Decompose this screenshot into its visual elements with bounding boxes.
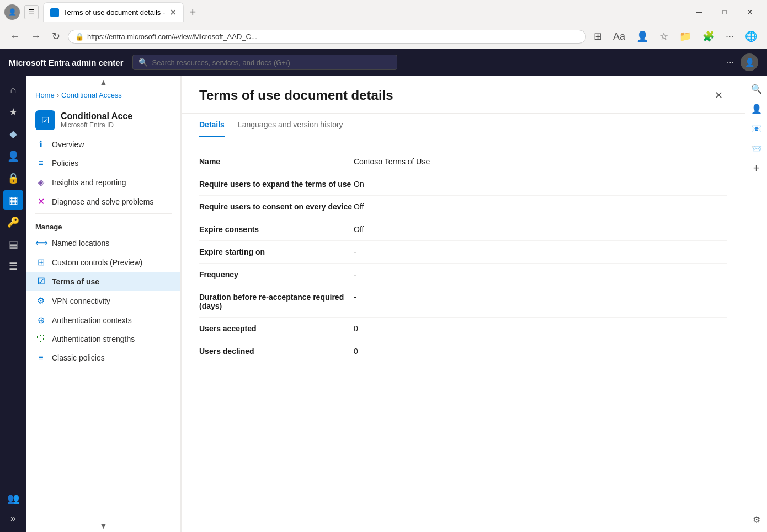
browser-toolbar: ← → ↻ 🔒 ⊞ Aa 👤 ☆ 📁 🧩 ··· 🌐 bbox=[0, 24, 767, 49]
sidebar-item-auth-strengths[interactable]: 🛡 Authentication strengths bbox=[26, 330, 180, 348]
right-person-icon[interactable]: 👤 bbox=[748, 100, 765, 117]
nav-more-icon[interactable]: ··· bbox=[727, 57, 734, 67]
sidebar-label-named-locations: Named locations bbox=[52, 239, 109, 248]
detail-content: Name Contoso Terms of Use Require users … bbox=[182, 137, 745, 532]
scroll-down-button[interactable]: ▼ bbox=[26, 519, 180, 532]
breadcrumb-home[interactable]: Home bbox=[35, 91, 55, 99]
tab-close-button[interactable]: ✕ bbox=[169, 8, 177, 17]
tab-details[interactable]: Details bbox=[199, 114, 225, 137]
top-nav-right: ··· 👤 bbox=[727, 53, 758, 71]
browser-edge-icon[interactable]: 🌐 bbox=[742, 28, 760, 45]
sidebar-item-classic-policies[interactable]: ≡ Classic policies bbox=[26, 348, 180, 367]
minimize-button[interactable]: — bbox=[686, 3, 712, 21]
label-consent: Require users to consent on every device bbox=[199, 202, 354, 211]
tab-title: Terms of use document details - bbox=[63, 8, 165, 17]
search-icon: 🔍 bbox=[139, 58, 148, 67]
back-button[interactable]: ← bbox=[7, 29, 23, 45]
label-expire-starting: Expire starting on bbox=[199, 248, 354, 256]
label-expand: Require users to expand the terms of use bbox=[199, 180, 354, 189]
scroll-up-button[interactable]: ▲ bbox=[26, 76, 180, 89]
sidebar-label-insights: Insights and reporting bbox=[52, 178, 126, 187]
sidebar-item-custom-controls[interactable]: ⊞ Custom controls (Preview) bbox=[26, 252, 180, 272]
sidebar-label-policies: Policies bbox=[52, 159, 78, 168]
tab-languages[interactable]: Languages and version history bbox=[238, 114, 343, 137]
search-input[interactable] bbox=[152, 58, 391, 67]
sidebar-item-auth-contexts[interactable]: ⊕ Authentication contexts bbox=[26, 310, 180, 330]
policies-icon: ≡ bbox=[35, 158, 46, 168]
browser-tab[interactable]: Terms of use document details - ✕ bbox=[43, 2, 184, 22]
sidebar-label-terms: Terms of use bbox=[52, 277, 99, 286]
sidebar-icon-users2[interactable]: 👥 bbox=[3, 488, 23, 508]
insights-icon: ◈ bbox=[35, 177, 46, 187]
label-users-accepted: Users accepted bbox=[199, 324, 354, 333]
named-locations-icon: ⟺ bbox=[35, 238, 46, 248]
right-panel-bottom: ⚙ bbox=[748, 510, 765, 528]
right-search-icon[interactable]: 🔍 bbox=[748, 80, 765, 98]
sidebar-icon-home[interactable]: ⌂ bbox=[3, 80, 23, 100]
sidebar-label-classic-policies: Classic policies bbox=[52, 353, 105, 362]
detail-panel: Terms of use document details ✕ Details … bbox=[181, 76, 745, 532]
sidebar-item-diagnose[interactable]: ✕ Diagnose and solve problems bbox=[26, 192, 180, 211]
tab-favicon bbox=[50, 8, 59, 17]
sidebar-icon-expand[interactable]: » bbox=[3, 508, 23, 528]
user-avatar[interactable]: 👤 bbox=[741, 53, 758, 71]
label-expire-consents: Expire consents bbox=[199, 225, 354, 234]
sidebar-item-overview[interactable]: ℹ Overview bbox=[26, 135, 180, 154]
right-settings-icon[interactable]: ⚙ bbox=[748, 510, 765, 528]
sidebar-header: ☑ Conditional Acce Microsoft Entra ID bbox=[26, 104, 180, 135]
sidebar-icon-key[interactable]: 🔑 bbox=[3, 212, 23, 232]
detail-close-button[interactable]: ✕ bbox=[710, 87, 727, 104]
browser-reader-btn[interactable]: Aa bbox=[610, 29, 628, 45]
detail-title: Terms of use document details bbox=[199, 88, 393, 103]
app-container: Microsoft Entra admin center 🔍 ··· 👤 ⌂ ★… bbox=[0, 49, 767, 532]
right-add-icon[interactable]: + bbox=[748, 159, 765, 177]
browser-collections-btn[interactable]: 📁 bbox=[676, 28, 695, 45]
sidebar-app-info: Conditional Acce Microsoft Entra ID bbox=[61, 111, 132, 129]
sidebar-divider bbox=[35, 213, 172, 214]
new-tab-button[interactable]: + bbox=[184, 3, 201, 21]
sidebar-item-named-locations[interactable]: ⟺ Named locations bbox=[26, 233, 180, 252]
sidebar-icon-list[interactable]: ☰ bbox=[3, 256, 23, 276]
main-layout: ⌂ ★ ◆ 👤 🔒 ▦ 🔑 ▤ ☰ 👥 » ▲ Home › Condition… bbox=[0, 76, 767, 532]
sidebar-item-insights[interactable]: ◈ Insights and reporting bbox=[26, 173, 180, 192]
sidebar-item-policies[interactable]: ≡ Policies bbox=[26, 154, 180, 173]
breadcrumb-conditional-access[interactable]: Conditional Access bbox=[61, 91, 122, 99]
sidebar-item-vpn[interactable]: ⚙ VPN connectivity bbox=[26, 291, 180, 310]
sidebar-icon-users[interactable]: 👤 bbox=[3, 146, 23, 166]
detail-header: Terms of use document details ✕ bbox=[182, 76, 745, 114]
value-duration: - bbox=[354, 293, 727, 302]
app-title: Microsoft Entra admin center bbox=[9, 58, 124, 67]
sidebar-section-manage: Manage bbox=[26, 216, 180, 233]
sidebar-item-terms-of-use[interactable]: ☑ Terms of use bbox=[26, 272, 180, 291]
close-button[interactable]: ✕ bbox=[737, 3, 763, 21]
right-panel: 🔍 👤 📧 📨 + ⚙ bbox=[745, 76, 767, 532]
sidebar-icon-diamond[interactable]: ◆ bbox=[3, 124, 23, 144]
value-expand: On bbox=[354, 180, 727, 189]
detail-row-expire-consents: Expire consents Off bbox=[199, 218, 727, 241]
browser-extensions-btn[interactable]: 🧩 bbox=[699, 28, 718, 45]
browser-sidebar-toggle[interactable]: ☰ bbox=[24, 5, 39, 19]
browser-split-btn[interactable]: ⊞ bbox=[590, 28, 605, 45]
forward-button[interactable]: → bbox=[28, 29, 44, 45]
value-name: Contoso Terms of Use bbox=[354, 157, 727, 166]
sidebar-icon-table[interactable]: ▦ bbox=[3, 190, 23, 210]
browser-more-btn[interactable]: ··· bbox=[722, 29, 737, 45]
label-frequency: Frequency bbox=[199, 270, 354, 279]
value-consent: Off bbox=[354, 202, 727, 211]
sidebar-label-auth-contexts: Authentication contexts bbox=[52, 316, 132, 325]
auth-strengths-icon: 🛡 bbox=[35, 334, 46, 344]
value-frequency: - bbox=[354, 270, 727, 279]
right-send-icon[interactable]: 📨 bbox=[748, 139, 765, 157]
sidebar-icon-monitor[interactable]: ▤ bbox=[3, 234, 23, 254]
refresh-button[interactable]: ↻ bbox=[49, 28, 63, 45]
browser-favorites-btn[interactable]: ☆ bbox=[656, 28, 672, 45]
maximize-button[interactable]: □ bbox=[712, 3, 737, 21]
sidebar-icon-favorites[interactable]: ★ bbox=[3, 102, 23, 122]
url-input[interactable] bbox=[87, 33, 579, 41]
address-bar[interactable]: 🔒 bbox=[68, 30, 586, 44]
detail-row-expire-starting: Expire starting on - bbox=[199, 241, 727, 264]
sidebar-icon-shield[interactable]: 🔒 bbox=[3, 168, 23, 188]
right-outlook-icon[interactable]: 📧 bbox=[748, 120, 765, 137]
search-box[interactable]: 🔍 bbox=[132, 55, 397, 70]
browser-profile-btn[interactable]: 👤 bbox=[633, 28, 652, 45]
